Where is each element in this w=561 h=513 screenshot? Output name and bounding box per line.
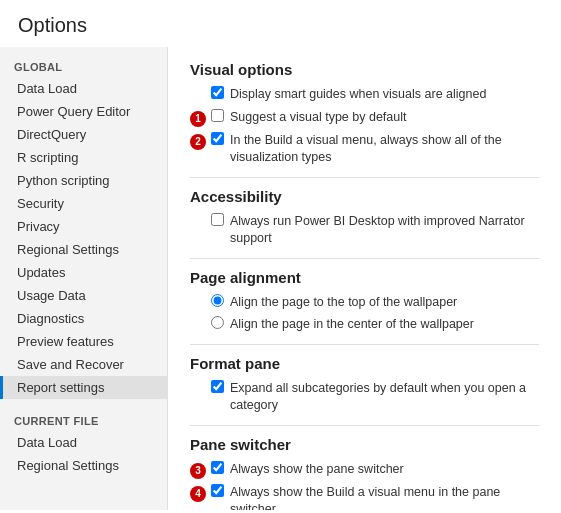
checkbox-4-1[interactable] [211,484,224,497]
option-row: 4Always show the Build a visual menu in … [190,484,539,511]
option-label: Align the page in the center of the wall… [230,316,474,334]
checkbox-4-0[interactable] [211,461,224,474]
option-row: Display smart guides when visuals are al… [190,86,539,104]
page-title: Options [0,0,561,47]
sidebar-item-power-query-editor[interactable]: Power Query Editor [0,100,167,123]
section-title-0: Visual options [190,61,539,78]
option-label: Expand all subcategories by default when… [230,380,539,415]
sidebar: GLOBAL Data LoadPower Query EditorDirect… [0,47,168,510]
global-section-label: GLOBAL [0,53,167,77]
radio-2-1[interactable] [211,316,224,329]
option-label: Always run Power BI Desktop with improve… [230,213,539,248]
checkbox-0-0[interactable] [211,86,224,99]
option-row: Align the page to the top of the wallpap… [190,294,539,312]
section-title-4: Pane switcher [190,436,539,453]
main-content: Visual optionsDisplay smart guides when … [168,47,561,510]
sidebar-item-regional-settings[interactable]: Regional Settings [0,238,167,261]
badge-4: 4 [190,486,206,502]
sidebar-item-preview-features[interactable]: Preview features [0,330,167,353]
section-title-1: Accessibility [190,188,539,205]
sidebar-item-updates[interactable]: Updates [0,261,167,284]
sidebar-item-directquery[interactable]: DirectQuery [0,123,167,146]
sidebar-item-report-settings[interactable]: Report settings [0,376,167,399]
section-title-3: Format pane [190,355,539,372]
option-label: Align the page to the top of the wallpap… [230,294,457,312]
checkbox-3-0[interactable] [211,380,224,393]
sidebar-item-usage-data[interactable]: Usage Data [0,284,167,307]
checkbox-0-1[interactable] [211,109,224,122]
badge-2: 2 [190,134,206,150]
section-title-2: Page alignment [190,269,539,286]
checkbox-0-2[interactable] [211,132,224,145]
sidebar-cf-item-data-load[interactable]: Data Load [0,431,167,454]
option-row: 1Suggest a visual type by default [190,109,539,127]
sidebar-cf-item-regional-settings[interactable]: Regional Settings [0,454,167,477]
section-divider [190,177,539,178]
option-row: Expand all subcategories by default when… [190,380,539,415]
sidebar-item-save-and-recover[interactable]: Save and Recover [0,353,167,376]
badge-1: 1 [190,111,206,127]
sidebar-item-privacy[interactable]: Privacy [0,215,167,238]
option-label: Always show the Build a visual menu in t… [230,484,539,511]
sidebar-item-diagnostics[interactable]: Diagnostics [0,307,167,330]
radio-2-0[interactable] [211,294,224,307]
sidebar-item-data-load[interactable]: Data Load [0,77,167,100]
section-divider [190,344,539,345]
option-row: Always run Power BI Desktop with improve… [190,213,539,248]
option-row: Align the page in the center of the wall… [190,316,539,334]
option-label: Display smart guides when visuals are al… [230,86,486,104]
badge-3: 3 [190,463,206,479]
current-file-section-label: CURRENT FILE [0,407,167,431]
sidebar-item-r-scripting[interactable]: R scripting [0,146,167,169]
option-row: 2In the Build a visual menu, always show… [190,132,539,167]
option-label: In the Build a visual menu, always show … [230,132,539,167]
sidebar-item-python-scripting[interactable]: Python scripting [0,169,167,192]
option-row: 3Always show the pane switcher [190,461,539,479]
sidebar-item-security[interactable]: Security [0,192,167,215]
section-divider [190,258,539,259]
section-divider [190,425,539,426]
checkbox-1-0[interactable] [211,213,224,226]
option-label: Always show the pane switcher [230,461,404,479]
option-label: Suggest a visual type by default [230,109,407,127]
